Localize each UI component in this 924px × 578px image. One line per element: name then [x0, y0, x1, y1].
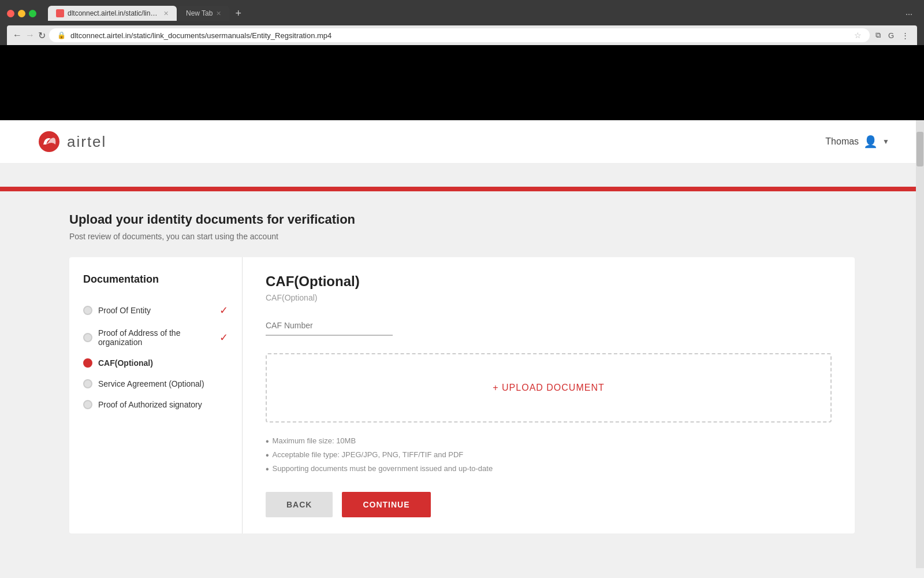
airtel-logo: airtel [35, 128, 106, 155]
continue-button[interactable]: CONTINUE [342, 492, 430, 517]
maximize-traffic-light[interactable] [29, 10, 36, 17]
sidebar-item-service-agreement[interactable]: Service Agreement (Optional) [83, 373, 228, 394]
back-button[interactable]: BACK [266, 492, 333, 517]
bullet-2: • [266, 450, 269, 461]
address-bar-container[interactable]: 🔒 ☆ [49, 28, 870, 42]
red-accent-bar [0, 187, 924, 191]
caf-number-input[interactable] [266, 316, 393, 336]
more-icon[interactable]: ⋮ [899, 30, 911, 41]
proof-entity-label: Proof Of Entity [98, 306, 151, 315]
airtel-logo-icon [35, 128, 64, 155]
header: airtel Thomas 👤 ▼ [0, 120, 924, 164]
proof-entity-check-icon: ✓ [219, 304, 228, 317]
file-info-item-3: • Supporting documents must be governmen… [266, 464, 832, 475]
minimize-traffic-light[interactable] [18, 10, 25, 17]
proof-address-check-icon: ✓ [219, 331, 228, 344]
section-title: CAF(Optional) [266, 273, 832, 290]
sidebar-title: Documentation [83, 273, 228, 286]
tab-inactive[interactable]: New Tab ✕ [178, 6, 229, 21]
lock-icon: 🔒 [57, 31, 66, 39]
bookmark-icon[interactable]: ☆ [854, 31, 862, 40]
sidebar-item-authorized-signatory[interactable]: Proof of Authorized signatory [83, 394, 228, 415]
file-info-item-2: • Acceptable file type: JPEG/JPG, PNG, T… [266, 450, 832, 461]
caf-dot [83, 358, 92, 368]
caf-label: CAF(Optional) [98, 358, 153, 368]
user-dropdown-arrow[interactable]: ▼ [882, 138, 889, 146]
traffic-lights [7, 10, 36, 17]
tab-active[interactable]: dltconnect.airtel.in/static/link_documen… [48, 6, 177, 21]
page-subtitle: Post review of documents, you can start … [69, 232, 855, 241]
file-type-info: Acceptable file type: JPEG/JPG, PNG, TIF… [273, 450, 464, 459]
documentation-sidebar: Documentation Proof Of Entity ✓ Proof of… [69, 257, 243, 533]
user-avatar-icon[interactable]: 👤 [863, 135, 878, 149]
page-title: Upload your identity documents for verif… [69, 212, 855, 227]
close-traffic-light[interactable] [7, 10, 14, 17]
buttons-row: BACK CONTINUE [266, 492, 832, 517]
sidebar-item-caf[interactable]: CAF(Optional) [83, 353, 228, 373]
bullet-1: • [266, 436, 269, 447]
scrollbar-track[interactable] [916, 120, 924, 568]
authorized-signatory-dot [83, 400, 92, 409]
video-area [0, 45, 924, 120]
browser-chrome: dltconnect.airtel.in/static/link_documen… [0, 0, 924, 45]
reload-button[interactable]: ↻ [38, 30, 46, 41]
back-button[interactable]: ← [13, 30, 22, 40]
bullet-3: • [266, 464, 269, 475]
service-agreement-label: Service Agreement (Optional) [98, 379, 204, 388]
scrollbar-thumb[interactable] [916, 132, 923, 166]
sidebar-item-proof-of-entity[interactable]: Proof Of Entity ✓ [83, 298, 228, 323]
profile-icon[interactable]: G [886, 30, 896, 41]
file-info-item-1: • Maximum file size: 10MB [266, 436, 832, 447]
service-agreement-dot [83, 379, 92, 388]
sidebar-item-proof-of-address[interactable]: Proof of Address of the organization ✓ [83, 323, 228, 353]
main-section: Upload your identity documents for verif… [0, 191, 924, 568]
forward-button[interactable]: → [25, 30, 35, 40]
extensions-icon[interactable]: ⧉ [873, 29, 883, 41]
file-info-section: • Maximum file size: 10MB • Acceptable f… [266, 436, 832, 475]
main-content-area: CAF(Optional) CAF(Optional) + UPLOAD DOC… [243, 257, 855, 533]
upload-area[interactable]: + UPLOAD DOCUMENT [266, 353, 832, 423]
authorized-signatory-label: Proof of Authorized signatory [98, 400, 202, 409]
tab-active-label: dltconnect.airtel.in/static/link_documen… [68, 9, 160, 17]
tab-close-icon[interactable]: ✕ [163, 10, 169, 17]
content-card: Documentation Proof Of Entity ✓ Proof of… [69, 257, 855, 533]
user-name: Thomas [825, 136, 859, 147]
window-controls: ⋯ [901, 8, 917, 21]
user-section: Thomas 👤 ▼ [825, 135, 889, 149]
address-input[interactable] [70, 31, 850, 40]
browser-action-icons: ⧉ G ⋮ [873, 29, 911, 41]
file-size-info: Maximum file size: 10MB [273, 436, 356, 445]
file-govt-info: Supporting documents must be government … [273, 464, 493, 473]
new-tab-button[interactable]: + [230, 6, 246, 21]
page-wrapper: airtel Thomas 👤 ▼ Upload your identity d… [0, 120, 924, 568]
proof-address-label: Proof of Address of the organization [98, 328, 219, 347]
tab-inactive-close-icon[interactable]: ✕ [216, 10, 221, 17]
browser-tabs: dltconnect.airtel.in/static/link_documen… [48, 6, 917, 21]
airtel-brand-name: airtel [67, 133, 106, 151]
tab-inactive-label: New Tab [186, 9, 213, 17]
upload-text: + UPLOAD DOCUMENT [493, 383, 604, 393]
grey-spacer [0, 164, 924, 187]
section-subtitle: CAF(Optional) [266, 293, 832, 302]
proof-entity-dot [83, 306, 92, 315]
proof-address-dot [83, 333, 92, 342]
